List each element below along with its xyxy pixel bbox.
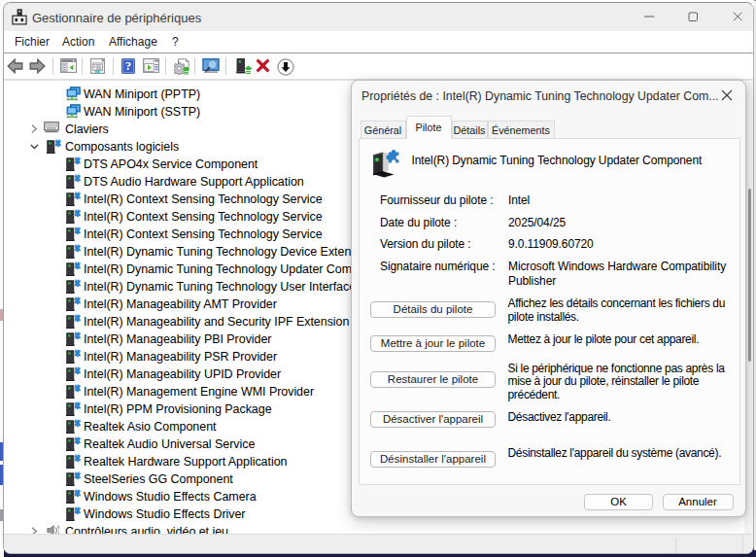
svg-text:?: ? (125, 58, 132, 73)
